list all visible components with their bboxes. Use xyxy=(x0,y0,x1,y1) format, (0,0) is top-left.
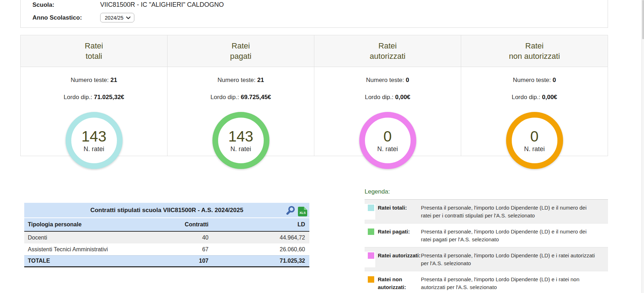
school-label: Scuola: xyxy=(32,1,100,9)
table-row-docenti: Docenti 40 44.964,72 xyxy=(24,232,309,243)
swatch-ratei-pagati xyxy=(368,228,374,235)
school-value: VIIC81500R - IC "ALIGHIERI" CALDOGNO xyxy=(100,1,224,9)
legend-item-totali: Ratei totali: Presenta il personale, l'i… xyxy=(365,200,608,223)
numero-teste: Numero teste: 0 xyxy=(461,67,608,84)
numero-teste: Numero teste: 21 xyxy=(21,67,167,84)
school-year-selected-value: 2024/25 xyxy=(105,15,123,21)
ratei-count-label: N. ratei xyxy=(83,145,104,153)
swatch-ratei-autorizzati xyxy=(368,252,374,259)
card-title-pagati: Ratei pagati xyxy=(168,35,314,67)
card-title-non-autorizzati: Ratei non autorizzati xyxy=(461,35,608,67)
card-ratei-non-autorizzati: Ratei non autorizzati Numero teste: 0 Lo… xyxy=(461,35,608,156)
card-title-totali: Ratei totali xyxy=(21,35,167,67)
scrollbar-thumb[interactable] xyxy=(642,0,644,39)
vertical-scrollbar[interactable] xyxy=(642,0,644,293)
ratei-dashboard: Scuola: VIIC81500R - IC "ALIGHIERI" CALD… xyxy=(0,0,644,293)
ratei-count-label: N. ratei xyxy=(524,145,545,153)
lordo-dipendente: Lordo dip.: 0,00€ xyxy=(314,94,461,101)
ratei-count: 0 xyxy=(383,128,392,145)
table-row-ata: Assistenti Tecnici Amministrativi 67 26.… xyxy=(24,243,309,255)
card-ratei-pagati: Ratei pagati Numero teste: 21 Lordo dip.… xyxy=(167,35,314,156)
ratei-count-circle: 143 N. ratei xyxy=(212,112,269,169)
ratei-count: 0 xyxy=(530,128,539,145)
xls-export-icon[interactable]: XLS xyxy=(298,207,307,216)
col-tipologia-personale: Tipologia personale xyxy=(24,221,156,228)
lordo-dipendente: Lordo dip.: 0,00€ xyxy=(461,94,608,101)
school-year-label: Anno Scolastico: xyxy=(32,14,100,21)
contracts-table-title: Contratti stipulati scuola VIIC81500R - … xyxy=(90,207,243,214)
legend-item-autorizzati: Ratei autorizzati: Presenta il personale… xyxy=(365,247,608,271)
card-ratei-totali: Ratei totali Numero teste: 21 Lordo dip.… xyxy=(20,35,168,156)
ratei-count: 143 xyxy=(228,128,253,145)
card-title-autorizzati: Ratei autorizzati xyxy=(314,35,461,67)
table-row-totale: TOTALE 107 71.025,32 xyxy=(24,255,309,267)
lordo-dipendente: Lordo dip.: 69.725,45€ xyxy=(168,94,314,101)
ratei-count-circle: 0 N. ratei xyxy=(359,112,416,169)
ratei-count-label: N. ratei xyxy=(230,145,251,153)
col-ld: LD xyxy=(210,221,309,228)
legend-title: Legenda: xyxy=(365,188,608,195)
card-ratei-autorizzati: Ratei autorizzati Numero teste: 0 Lordo … xyxy=(314,35,461,156)
col-contratti: Contratti xyxy=(156,221,210,228)
school-year-select[interactable]: 2024/25 xyxy=(100,13,134,22)
contracts-table-header: Tipologia personale Contratti LD xyxy=(24,218,309,232)
swatch-ratei-non-autorizzati xyxy=(368,276,374,283)
numero-teste: Numero teste: 0 xyxy=(314,67,461,84)
numero-teste: Numero teste: 21 xyxy=(168,67,314,84)
kpi-cards-row: Ratei totali Numero teste: 21 Lordo dip.… xyxy=(20,35,608,156)
legend-item-pagati: Ratei pagati: Presenta il personale, l'i… xyxy=(365,223,608,247)
contracts-table: Contratti stipulati scuola VIIC81500R - … xyxy=(24,203,309,267)
contracts-table-title-bar: Contratti stipulati scuola VIIC81500R - … xyxy=(24,203,309,218)
legend: Legenda: Ratei totali: Presenta il perso… xyxy=(365,188,608,293)
search-icon[interactable] xyxy=(285,205,296,217)
ratei-count: 143 xyxy=(81,128,106,145)
lordo-dipendente: Lordo dip.: 71.025,32€ xyxy=(21,94,167,101)
filter-panel: Scuola: VIIC81500R - IC "ALIGHIERI" CALD… xyxy=(20,0,608,28)
ratei-count-label: N. ratei xyxy=(377,145,398,153)
chevron-down-icon xyxy=(126,16,130,19)
legend-item-non-autorizzati: Ratei non autorizzati: Presenta il perso… xyxy=(365,271,608,293)
ratei-count-circle: 0 N. ratei xyxy=(506,112,563,169)
swatch-ratei-totali xyxy=(368,205,374,211)
ratei-count-circle: 143 N. ratei xyxy=(66,112,123,169)
